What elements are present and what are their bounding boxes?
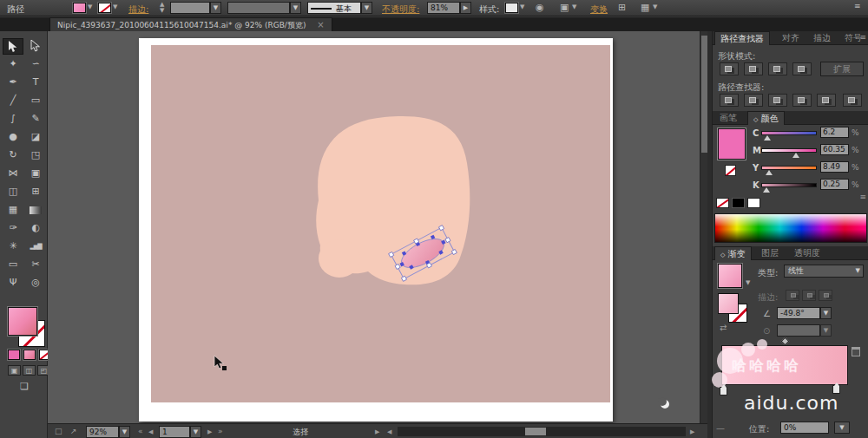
gradient-type-select[interactable]: 线性▼ <box>784 265 864 278</box>
status-icon-b[interactable]: ↗ <box>70 427 77 435</box>
exclude-button[interactable] <box>792 62 812 75</box>
zoom-tool[interactable]: ◎ <box>25 275 46 291</box>
stroke-weight-label[interactable]: 描边: <box>128 3 148 16</box>
magenta-slider[interactable] <box>761 148 817 153</box>
fill-dropdown-icon[interactable]: ▼ <box>88 3 92 10</box>
column-graph-tool[interactable]: ▂▅▇ <box>25 239 46 255</box>
minus-back-button[interactable] <box>843 94 862 107</box>
blend-tool[interactable]: ◐ <box>25 220 46 237</box>
gradient-angle-input[interactable]: -49.8° <box>777 307 820 319</box>
stroke-color-swatch[interactable] <box>98 3 111 13</box>
control-bar-menu-icon[interactable]: ≡ <box>854 2 861 10</box>
tab-gradient[interactable]: ◇ 渐变 <box>714 246 752 260</box>
screen-mode-button[interactable]: ❏ <box>16 381 33 393</box>
select-similar-icon[interactable]: ▣ <box>560 2 569 13</box>
brush-definition-dd[interactable]: ▼ <box>361 2 372 14</box>
pencil-tool[interactable]: ✎ <box>25 111 46 127</box>
pen-tool[interactable]: ✒ <box>3 75 23 91</box>
selection-tool[interactable] <box>3 38 23 55</box>
zoom-level-input[interactable]: 92% <box>86 426 119 438</box>
position-dd[interactable]: ▼ <box>834 422 850 434</box>
tab-align[interactable]: 对齐 <box>777 31 805 45</box>
trim-button[interactable] <box>744 94 763 107</box>
magenta-value[interactable]: 60.35 <box>820 144 849 155</box>
stroke-within-button[interactable] <box>786 290 799 301</box>
aspect-ratio-input[interactable] <box>777 324 820 337</box>
align-icon[interactable]: ⊞ <box>618 2 626 13</box>
hscroll-left-icon[interactable]: ◀ <box>387 428 391 435</box>
aspect-ratio-dd[interactable]: ▼ <box>820 324 832 337</box>
yellow-slider[interactable] <box>761 166 817 170</box>
blob-brush-tool[interactable]: ● <box>3 129 23 146</box>
black-value[interactable]: 0.25 <box>820 179 849 190</box>
paintbrush-tool[interactable]: ∫ <box>3 111 23 127</box>
stroke-weight-dd[interactable]: ▼ <box>210 2 221 14</box>
tab-color[interactable]: ◇ 颜色 <box>747 111 785 125</box>
hscroll-left-outer-icon[interactable]: ▶ <box>375 428 379 435</box>
select-similar-dd-icon[interactable]: ▼ <box>572 3 576 10</box>
brush-definition-box[interactable]: 基本 <box>307 2 361 14</box>
slice-tool[interactable]: ✂ <box>25 257 46 273</box>
opacity-input[interactable]: 81% <box>427 2 460 14</box>
horizontal-scroll-thumb[interactable] <box>525 428 546 435</box>
artboard-number-dd[interactable]: ▼ <box>190 426 201 438</box>
stroke-weight-down-icon[interactable]: ▼ <box>160 7 164 14</box>
divide-button[interactable] <box>720 94 739 107</box>
position-input[interactable]: 0% <box>780 422 829 434</box>
gradient-thumb-dd-icon[interactable]: ▼ <box>746 279 750 286</box>
black-slider[interactable] <box>761 183 817 187</box>
gradient-stop-left[interactable] <box>720 387 727 396</box>
artboard-tool[interactable]: ▭ <box>3 257 23 273</box>
color-fill-swatch[interactable] <box>718 128 746 160</box>
outline-button[interactable] <box>817 94 836 107</box>
zoom-level-dd[interactable]: ▼ <box>119 426 130 438</box>
rotate-tool[interactable]: ↻ <box>3 147 23 164</box>
pathfinder-menu-icon[interactable]: ≡ <box>859 33 866 42</box>
none-swatch[interactable] <box>716 198 729 208</box>
black-swatch[interactable] <box>732 198 745 208</box>
tab-pathfinder[interactable]: 路径查找器 <box>714 31 770 45</box>
close-tab-icon[interactable]: × <box>317 20 324 29</box>
symbol-sprayer-tool[interactable]: ✳ <box>3 239 23 255</box>
fill-color-swatch[interactable] <box>73 3 86 13</box>
white-swatch[interactable] <box>747 198 760 208</box>
first-artboard-icon[interactable]: « <box>138 427 143 435</box>
isolate-icon[interactable]: ▦ <box>641 2 649 13</box>
stroke-along-button[interactable] <box>802 290 816 301</box>
gradient-thumbnail[interactable] <box>718 264 742 288</box>
transform-link[interactable]: 变换 <box>590 3 608 16</box>
gradient-angle-dd[interactable]: ▼ <box>820 307 832 319</box>
line-segment-tool[interactable]: ╱ <box>3 93 23 109</box>
draw-normal-button[interactable]: ▣ <box>8 365 21 376</box>
opacity-dd[interactable]: ▶ <box>460 2 471 14</box>
crop-button[interactable] <box>792 94 812 107</box>
expand-button[interactable]: 扩展 <box>820 62 864 76</box>
prev-artboard-icon[interactable]: ◀ <box>148 428 153 435</box>
style-swatch[interactable] <box>505 3 518 13</box>
yellow-value[interactable]: 8.49 <box>820 161 849 173</box>
intersect-button[interactable] <box>768 62 787 75</box>
variable-width-input[interactable] <box>227 2 290 14</box>
recolor-artwork-icon[interactable]: ◉ <box>536 2 544 13</box>
cyan-value[interactable]: 6.2 <box>820 127 849 138</box>
horizontal-scrollbar[interactable] <box>398 427 686 436</box>
color-stroke-proxy[interactable] <box>725 165 736 176</box>
eyedropper-tool[interactable]: ✑ <box>3 220 23 237</box>
tab-brushes[interactable]: 画笔 <box>714 111 742 125</box>
gradient-mode-button[interactable] <box>23 350 36 360</box>
tab-transparency[interactable]: 透明度 <box>789 246 825 260</box>
variable-width-dd[interactable]: ▼ <box>290 2 301 14</box>
hand-tool[interactable]: Ψ <box>3 275 23 291</box>
color-mode-button[interactable] <box>8 350 20 360</box>
status-icon-a[interactable]: □ <box>55 427 62 435</box>
color-menu-icon[interactable]: ≡ <box>859 193 866 201</box>
magic-wand-tool[interactable]: ✦ <box>3 56 23 73</box>
opacity-label[interactable]: 不透明度: <box>382 3 419 16</box>
delete-stop-icon[interactable] <box>852 347 860 356</box>
tab-layers[interactable]: 图层 <box>756 246 784 260</box>
stroke-weight-input[interactable] <box>170 2 210 14</box>
gradient-tool[interactable] <box>25 202 46 219</box>
next-artboard-icon[interactable]: ▶ <box>207 428 212 435</box>
type-tool[interactable]: T <box>25 75 46 91</box>
gradient-fill-proxy[interactable] <box>718 293 739 314</box>
